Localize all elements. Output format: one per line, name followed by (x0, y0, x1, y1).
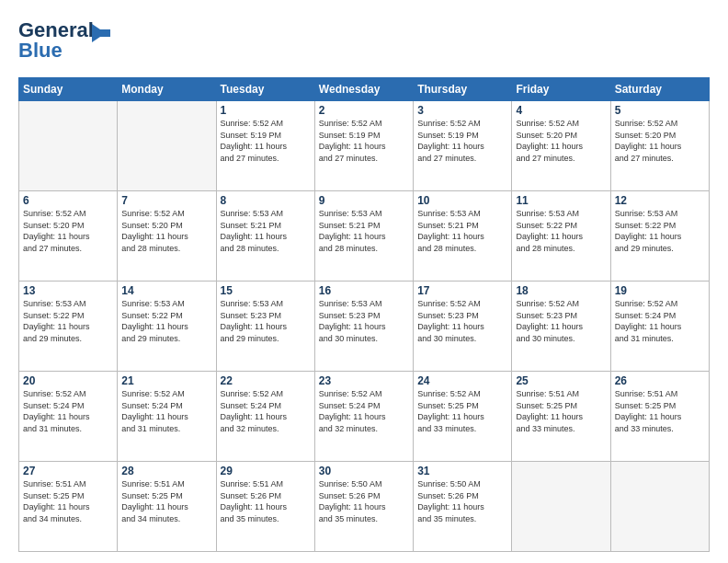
weekday-header: Tuesday (216, 78, 314, 101)
calendar-day-cell: 20Sunrise: 5:52 AM Sunset: 5:24 PM Dayli… (19, 372, 118, 462)
day-info: Sunrise: 5:52 AM Sunset: 5:19 PM Dayligh… (319, 118, 409, 164)
day-info: Sunrise: 5:51 AM Sunset: 5:25 PM Dayligh… (615, 388, 705, 434)
calendar-day-cell: 23Sunrise: 5:52 AM Sunset: 5:24 PM Dayli… (314, 372, 413, 462)
calendar-day-cell: 8Sunrise: 5:53 AM Sunset: 5:21 PM Daylig… (216, 191, 314, 282)
day-number: 20 (23, 374, 113, 387)
day-info: Sunrise: 5:52 AM Sunset: 5:19 PM Dayligh… (417, 118, 507, 164)
day-info: Sunrise: 5:52 AM Sunset: 5:24 PM Dayligh… (221, 388, 311, 434)
day-info: Sunrise: 5:52 AM Sunset: 5:23 PM Dayligh… (417, 298, 507, 344)
day-number: 11 (516, 194, 606, 207)
day-info: Sunrise: 5:53 AM Sunset: 5:22 PM Dayligh… (516, 208, 606, 254)
calendar-day-cell: 3Sunrise: 5:52 AM Sunset: 5:19 PM Daylig… (414, 101, 512, 191)
svg-marker-3 (97, 29, 110, 37)
calendar-week-row: 6Sunrise: 5:52 AM Sunset: 5:20 PM Daylig… (19, 191, 710, 282)
day-number: 1 (221, 104, 311, 117)
calendar-day-cell: 30Sunrise: 5:50 AM Sunset: 5:26 PM Dayli… (314, 462, 413, 552)
calendar-day-cell: 18Sunrise: 5:52 AM Sunset: 5:23 PM Dayli… (512, 282, 610, 372)
day-number: 23 (319, 374, 409, 387)
day-number: 10 (417, 194, 507, 207)
calendar-day-cell: 19Sunrise: 5:52 AM Sunset: 5:24 PM Dayli… (610, 282, 709, 372)
day-info: Sunrise: 5:53 AM Sunset: 5:21 PM Dayligh… (221, 208, 311, 254)
day-info: Sunrise: 5:53 AM Sunset: 5:23 PM Dayligh… (221, 298, 311, 344)
weekday-header: Friday (512, 78, 610, 101)
day-number: 15 (221, 284, 311, 297)
calendar-day-cell: 11Sunrise: 5:53 AM Sunset: 5:22 PM Dayli… (512, 191, 610, 282)
day-info: Sunrise: 5:52 AM Sunset: 5:24 PM Dayligh… (319, 388, 409, 434)
day-number: 4 (516, 104, 606, 117)
day-info: Sunrise: 5:53 AM Sunset: 5:23 PM Dayligh… (319, 298, 409, 344)
day-number: 25 (516, 374, 606, 387)
calendar-day-cell: 7Sunrise: 5:52 AM Sunset: 5:20 PM Daylig… (118, 191, 216, 282)
calendar-day-cell: 16Sunrise: 5:53 AM Sunset: 5:23 PM Dayli… (314, 282, 413, 372)
calendar-day-cell: 31Sunrise: 5:50 AM Sunset: 5:26 PM Dayli… (414, 462, 512, 552)
weekday-header: Thursday (414, 78, 512, 101)
calendar-day-cell: 1Sunrise: 5:52 AM Sunset: 5:19 PM Daylig… (216, 101, 314, 191)
day-number: 28 (121, 465, 211, 477)
day-number: 9 (319, 194, 409, 207)
calendar-day-cell: 28Sunrise: 5:51 AM Sunset: 5:25 PM Dayli… (118, 462, 216, 552)
day-info: Sunrise: 5:53 AM Sunset: 5:22 PM Dayligh… (121, 298, 211, 344)
calendar-day-cell (19, 101, 118, 191)
day-info: Sunrise: 5:52 AM Sunset: 5:24 PM Dayligh… (121, 388, 211, 434)
logo-text: General Blue (18, 17, 119, 68)
day-number: 27 (23, 465, 113, 477)
day-info: Sunrise: 5:52 AM Sunset: 5:19 PM Dayligh… (221, 118, 311, 164)
day-info: Sunrise: 5:51 AM Sunset: 5:26 PM Dayligh… (221, 478, 311, 524)
weekday-header: Saturday (610, 78, 709, 101)
day-info: Sunrise: 5:53 AM Sunset: 5:21 PM Dayligh… (319, 208, 409, 254)
calendar-week-row: 1Sunrise: 5:52 AM Sunset: 5:19 PM Daylig… (19, 101, 710, 191)
calendar-day-cell: 9Sunrise: 5:53 AM Sunset: 5:21 PM Daylig… (314, 191, 413, 282)
calendar-day-cell: 21Sunrise: 5:52 AM Sunset: 5:24 PM Dayli… (118, 372, 216, 462)
calendar-day-cell: 13Sunrise: 5:53 AM Sunset: 5:22 PM Dayli… (19, 282, 118, 372)
day-number: 5 (615, 104, 705, 117)
day-info: Sunrise: 5:52 AM Sunset: 5:20 PM Dayligh… (23, 208, 113, 254)
weekday-header: Wednesday (314, 78, 413, 101)
day-number: 13 (23, 284, 113, 297)
header: General Blue (18, 17, 710, 68)
day-number: 22 (221, 374, 311, 387)
day-number: 30 (319, 465, 409, 477)
day-number: 14 (121, 284, 211, 297)
calendar-day-cell: 25Sunrise: 5:51 AM Sunset: 5:25 PM Dayli… (512, 372, 610, 462)
calendar-day-cell (610, 462, 709, 552)
day-number: 2 (319, 104, 409, 117)
calendar-day-cell: 29Sunrise: 5:51 AM Sunset: 5:26 PM Dayli… (216, 462, 314, 552)
day-info: Sunrise: 5:50 AM Sunset: 5:26 PM Dayligh… (319, 478, 409, 524)
day-info: Sunrise: 5:51 AM Sunset: 5:25 PM Dayligh… (121, 478, 211, 524)
day-number: 17 (417, 284, 507, 297)
calendar-day-cell: 12Sunrise: 5:53 AM Sunset: 5:22 PM Dayli… (610, 191, 709, 282)
day-number: 26 (615, 374, 705, 387)
calendar-day-cell: 17Sunrise: 5:52 AM Sunset: 5:23 PM Dayli… (414, 282, 512, 372)
calendar-day-cell (512, 462, 610, 552)
day-info: Sunrise: 5:51 AM Sunset: 5:25 PM Dayligh… (23, 478, 113, 524)
calendar-table: SundayMondayTuesdayWednesdayThursdayFrid… (18, 77, 710, 552)
day-number: 16 (319, 284, 409, 297)
day-info: Sunrise: 5:50 AM Sunset: 5:26 PM Dayligh… (417, 478, 507, 524)
calendar-day-cell: 6Sunrise: 5:52 AM Sunset: 5:20 PM Daylig… (19, 191, 118, 282)
day-info: Sunrise: 5:52 AM Sunset: 5:24 PM Dayligh… (615, 298, 705, 344)
day-info: Sunrise: 5:53 AM Sunset: 5:22 PM Dayligh… (615, 208, 705, 254)
calendar-day-cell: 22Sunrise: 5:52 AM Sunset: 5:24 PM Dayli… (216, 372, 314, 462)
calendar-day-cell (118, 101, 216, 191)
day-number: 29 (221, 465, 311, 477)
day-number: 18 (516, 284, 606, 297)
day-info: Sunrise: 5:51 AM Sunset: 5:25 PM Dayligh… (516, 388, 606, 434)
day-info: Sunrise: 5:52 AM Sunset: 5:24 PM Dayligh… (23, 388, 113, 434)
day-number: 21 (121, 374, 211, 387)
day-number: 3 (417, 104, 507, 117)
calendar-day-cell: 15Sunrise: 5:53 AM Sunset: 5:23 PM Dayli… (216, 282, 314, 372)
day-number: 31 (417, 465, 507, 477)
calendar-week-row: 13Sunrise: 5:53 AM Sunset: 5:22 PM Dayli… (19, 282, 710, 372)
day-info: Sunrise: 5:52 AM Sunset: 5:20 PM Dayligh… (615, 118, 705, 164)
day-info: Sunrise: 5:52 AM Sunset: 5:25 PM Dayligh… (417, 388, 507, 434)
calendar-day-cell: 24Sunrise: 5:52 AM Sunset: 5:25 PM Dayli… (414, 372, 512, 462)
day-number: 12 (615, 194, 705, 207)
day-info: Sunrise: 5:52 AM Sunset: 5:20 PM Dayligh… (121, 208, 211, 254)
calendar-day-cell: 14Sunrise: 5:53 AM Sunset: 5:22 PM Dayli… (118, 282, 216, 372)
calendar-header-row: SundayMondayTuesdayWednesdayThursdayFrid… (19, 78, 710, 101)
calendar-day-cell: 5Sunrise: 5:52 AM Sunset: 5:20 PM Daylig… (610, 101, 709, 191)
calendar-day-cell: 27Sunrise: 5:51 AM Sunset: 5:25 PM Dayli… (19, 462, 118, 552)
day-number: 6 (23, 194, 113, 207)
calendar-day-cell: 26Sunrise: 5:51 AM Sunset: 5:25 PM Dayli… (610, 372, 709, 462)
day-number: 19 (615, 284, 705, 297)
